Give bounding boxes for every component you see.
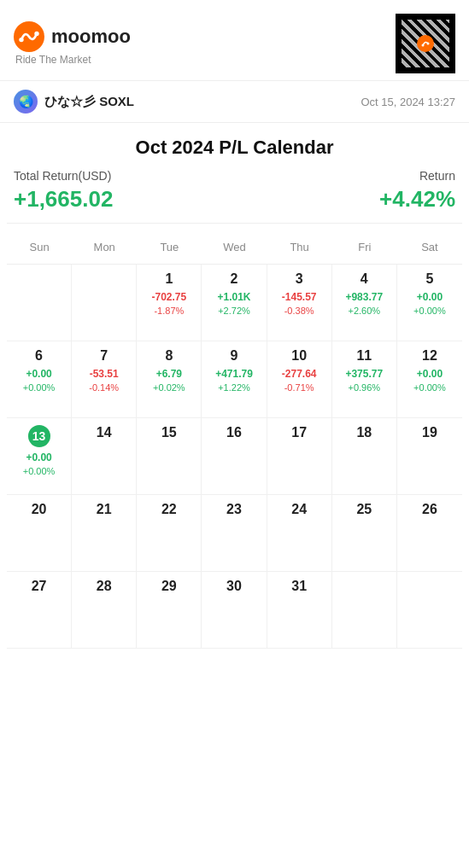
cal-cell: 13+0.00+0.00%	[7, 418, 72, 495]
day-number: 4	[361, 271, 368, 287]
day-number: 25	[356, 502, 372, 517]
cal-cell: 16	[202, 418, 267, 495]
return-value: +4.42%	[379, 186, 455, 213]
cal-cell: 9+471.79+1.22%	[202, 341, 267, 418]
calendar-grid: 1-702.75-1.87%2+1.01K+2.72%3-145.57-0.38…	[7, 265, 462, 649]
qr-center-icon	[417, 35, 434, 52]
cal-cell: 25	[332, 495, 397, 572]
day-header-wed: Wed	[202, 237, 267, 257]
cal-cell: 10-277.64-0.71%	[267, 341, 332, 418]
cal-cell: 6+0.00+0.00%	[7, 341, 72, 418]
total-return-value: +1,665.02	[14, 186, 113, 213]
pnl-amount: +6.79	[156, 367, 182, 382]
cal-cell: 27	[7, 572, 72, 649]
day-number: 24	[291, 502, 307, 517]
svg-point-1	[19, 38, 23, 42]
cal-cell: 14	[72, 418, 137, 495]
pnl-pct: +0.00%	[413, 382, 446, 394]
day-number: 2	[231, 271, 238, 287]
cal-cell: 29	[137, 572, 202, 649]
pnl-amount: -277.64	[282, 367, 317, 382]
day-number: 6	[35, 348, 43, 364]
svg-point-2	[34, 32, 38, 36]
svg-point-3	[422, 44, 425, 47]
day-number: 19	[422, 425, 437, 440]
cal-cell: 2+1.01K+2.72%	[202, 265, 267, 341]
cal-cell: 11+375.77+0.96%	[332, 341, 397, 418]
day-number: 9	[231, 348, 238, 364]
user-info: 🌏 ひな☆彡 SOXL	[14, 90, 134, 114]
day-number: 3	[296, 271, 303, 287]
cal-cell	[7, 265, 72, 341]
pnl-amount: +983.77	[345, 290, 383, 305]
cal-cell: 5+0.00+0.00%	[397, 265, 462, 341]
pnl-pct: -0.71%	[284, 382, 314, 394]
pnl-pct: -0.14%	[89, 382, 119, 394]
day-number: 17	[291, 425, 307, 440]
pnl-amount: -702.75	[152, 290, 187, 305]
day-number: 10	[291, 348, 307, 364]
pnl-amount: +0.00	[26, 451, 51, 465]
day-header-mon: Mon	[72, 237, 137, 257]
day-number: 20	[32, 502, 47, 517]
pnl-amount: +375.77	[345, 367, 383, 382]
day-number: 1	[165, 271, 173, 287]
timestamp: Oct 15, 2024 13:27	[361, 96, 455, 108]
cal-cell	[332, 572, 397, 649]
day-number: 26	[422, 502, 437, 517]
moomoo-logo-icon	[14, 21, 44, 52]
pnl-amount: +471.79	[215, 367, 253, 382]
day-number: 28	[97, 579, 112, 594]
day-header-thu: Thu	[267, 237, 332, 257]
pnl-amount: -53.51	[90, 367, 119, 382]
day-number: 13	[28, 425, 50, 447]
cal-cell: 28	[72, 572, 137, 649]
pnl-pct: +1.22%	[218, 382, 250, 394]
day-headers: SunMonTueWedThuFriSat	[7, 230, 462, 265]
tagline: Ride The Market	[15, 54, 131, 66]
day-number: 12	[422, 348, 437, 364]
total-return-area: Total Return(USD) +1,665.02	[14, 169, 113, 213]
day-number: 30	[226, 579, 242, 594]
cal-cell: 1-702.75-1.87%	[137, 265, 202, 341]
cal-cell: 4+983.77+2.60%	[332, 265, 397, 341]
cal-cell: 15	[137, 418, 202, 495]
day-number: 14	[97, 425, 112, 440]
cal-cell: 20	[7, 495, 72, 572]
pnl-pct: +0.00%	[23, 382, 56, 394]
cal-cell: 22	[137, 495, 202, 572]
day-number: 22	[161, 502, 177, 517]
day-number: 23	[226, 502, 242, 517]
logo-text: moomoo	[51, 26, 131, 48]
day-header-sat: Sat	[397, 237, 462, 257]
cal-cell: 23	[202, 495, 267, 572]
cal-cell: 31	[267, 572, 332, 649]
day-number: 7	[100, 348, 108, 364]
cal-cell	[397, 572, 462, 649]
day-number: 15	[161, 425, 177, 440]
user-name: ひな☆彡 SOXL	[44, 94, 134, 110]
total-return-label: Total Return(USD)	[14, 169, 113, 183]
day-number: 29	[161, 579, 177, 594]
pnl-amount: +1.01K	[217, 290, 250, 305]
day-number: 11	[356, 348, 372, 364]
day-number: 27	[32, 579, 47, 594]
pnl-pct: +0.96%	[348, 382, 380, 394]
logo-row: moomoo	[14, 21, 131, 52]
cal-cell: 7-53.51-0.14%	[72, 341, 137, 418]
pnl-pct: -0.38%	[284, 305, 314, 317]
pnl-pct: +0.00%	[23, 465, 56, 478]
calendar-title: Oct 2024 P/L Calendar	[7, 123, 462, 169]
totals-row: Total Return(USD) +1,665.02 Return +4.42…	[7, 169, 462, 224]
cal-cell: 24	[267, 495, 332, 572]
cal-cell	[72, 265, 137, 341]
day-number: 16	[226, 425, 242, 440]
cal-cell: 3-145.57-0.38%	[267, 265, 332, 341]
app-header: moomoo Ride The Market	[0, 0, 469, 81]
pnl-amount: +0.00	[417, 290, 443, 305]
pnl-amount: -145.57	[282, 290, 317, 305]
pnl-pct: +0.00%	[413, 305, 446, 317]
day-header-fri: Fri	[332, 237, 397, 257]
pnl-pct: -1.87%	[154, 305, 184, 317]
cal-cell: 26	[397, 495, 462, 572]
